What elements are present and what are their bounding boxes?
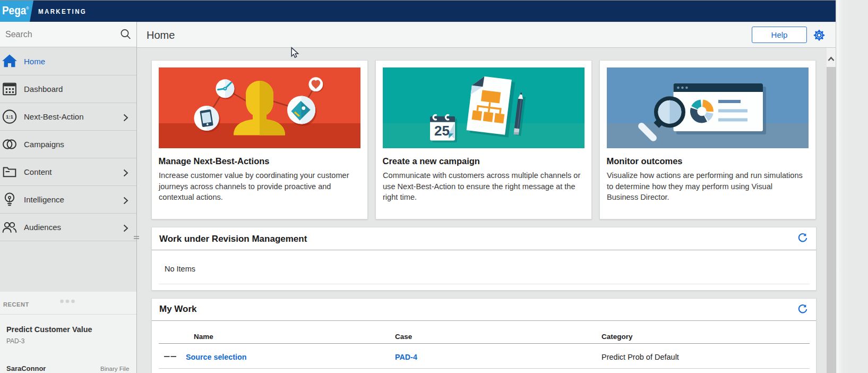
svg-text:25: 25 bbox=[434, 123, 450, 139]
svg-text:1:1: 1:1 bbox=[6, 114, 14, 120]
